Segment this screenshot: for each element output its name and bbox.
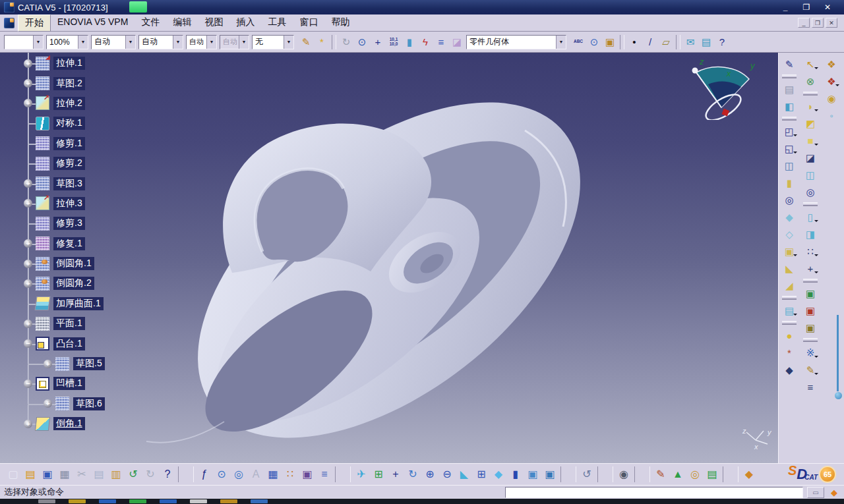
close-button[interactable]: ✕ xyxy=(819,2,836,13)
eraser-pen-icon[interactable]: ✎ xyxy=(653,466,669,482)
part-body-combo[interactable]: 零件几何体 ▼ xyxy=(466,35,566,49)
tree-item-icon[interactable] xyxy=(36,317,49,331)
undo-icon[interactable]: ↺ xyxy=(125,466,141,482)
separator[interactable] xyxy=(597,466,613,482)
menu-help[interactable]: 帮助 xyxy=(324,14,356,32)
separator[interactable] xyxy=(332,35,336,49)
draft-icon[interactable]: ◣ xyxy=(781,260,797,276)
tree-item-extrude-1[interactable]: 拉伸.1 xyxy=(18,53,177,73)
tree-item-symmetry-1[interactable]: 对称.1 xyxy=(18,113,177,133)
tree-item-icon[interactable] xyxy=(36,57,49,70)
chevron-down-icon[interactable]: ▼ xyxy=(556,36,566,49)
tree-item-plane-1[interactable]: 平面.1 xyxy=(18,314,177,333)
menu-enovia[interactable]: ENOVIA V5 VPM xyxy=(51,14,135,32)
tree-item-icon[interactable] xyxy=(36,277,49,291)
tree-item-sketch-2[interactable]: 草图.2 xyxy=(18,73,177,93)
print-icon[interactable]: ▦ xyxy=(57,466,73,482)
aim-circle-icon[interactable]: ◎ xyxy=(802,184,818,200)
auto-combo-2[interactable]: 自动 ▼ xyxy=(138,35,183,49)
render-style-icon[interactable]: ▣ xyxy=(525,466,541,482)
split-icon[interactable]: ◫ xyxy=(802,167,818,182)
whats-this-icon[interactable]: ? xyxy=(160,466,175,482)
tree-item-icon[interactable] xyxy=(36,196,49,210)
balloon-icon[interactable]: ⊙ xyxy=(587,35,601,49)
tree-item-label[interactable]: 草图.2 xyxy=(53,77,85,90)
auto-combo-1[interactable]: 自动 ▼ xyxy=(91,35,136,49)
open-folder-icon[interactable]: ▤ xyxy=(22,466,38,482)
dimensions-icon[interactable]: 10,1 10,0 xyxy=(386,35,401,49)
alert-icon[interactable]: ◆ xyxy=(828,487,840,498)
prism-icon[interactable]: ■ xyxy=(802,132,818,148)
tree-item-icon[interactable] xyxy=(36,136,49,150)
fit-all-icon[interactable]: ⊞ xyxy=(371,466,386,482)
sew-surface-icon[interactable]: * xyxy=(781,345,797,360)
chevron-down-icon[interactable]: ▼ xyxy=(33,36,43,49)
compass-tool-icon[interactable]: ⊙ xyxy=(355,35,369,49)
graph-tree-icon[interactable]: ∷ xyxy=(282,466,298,482)
taskbar-app[interactable] xyxy=(190,499,207,503)
scaling-icon[interactable]: + xyxy=(802,260,818,276)
multi-view-icon[interactable]: ⊞ xyxy=(473,466,489,482)
catalog-icon[interactable]: ≡ xyxy=(802,379,818,395)
tree-item-trim-2[interactable]: 修剪.2 xyxy=(18,154,177,173)
toolbar-grip[interactable] xyxy=(803,92,818,96)
toolbar-grip[interactable] xyxy=(782,321,797,325)
taskbar-app[interactable] xyxy=(129,499,146,503)
tree-item-pad-1[interactable]: 凸台.1 xyxy=(18,333,177,353)
chevron-down-icon[interactable]: ▼ xyxy=(239,36,249,49)
viewport-3d[interactable]: 拉伸.1 草图.2 拉伸.2 对称.1 修剪.1 修剪.2 xyxy=(0,53,844,463)
tree-item-icon[interactable] xyxy=(36,96,49,110)
separator[interactable] xyxy=(676,35,680,49)
free-style-icon[interactable]: ▤ xyxy=(781,81,797,97)
thick-surface-icon[interactable]: ▤ xyxy=(781,302,797,318)
minimize-button[interactable]: _ xyxy=(777,2,794,13)
tree-expander[interactable] xyxy=(24,279,32,288)
view-compass[interactable]: z x y xyxy=(686,57,760,120)
plane-tool-icon[interactable]: ▱ xyxy=(659,35,673,49)
tree-item-label[interactable]: 拉伸.3 xyxy=(53,197,85,210)
separator[interactable] xyxy=(560,466,576,482)
shaft-icon[interactable]: ▮ xyxy=(781,175,797,190)
dark-wedge-icon[interactable]: ◪ xyxy=(802,150,818,165)
cut-solid-icon[interactable]: ◩ xyxy=(802,115,818,131)
taskbar-app[interactable] xyxy=(38,499,55,503)
update-icon[interactable]: ↻ xyxy=(339,35,353,49)
tree-item-label[interactable]: 平面.1 xyxy=(53,317,85,330)
tree-item-icon[interactable] xyxy=(35,296,51,310)
pocket-tool-icon[interactable]: ◱ xyxy=(781,140,797,156)
tree-item-icon[interactable] xyxy=(36,217,49,231)
magic-wand-icon[interactable]: * xyxy=(315,35,329,49)
select-arrow-icon[interactable]: ↖ xyxy=(802,56,818,72)
pattern-icon[interactable]: ∷ xyxy=(802,243,818,259)
target-icon[interactable]: ◎ xyxy=(687,466,703,482)
doc-minimize-button[interactable]: _ xyxy=(798,18,810,28)
zoom-out-icon[interactable]: ⊖ xyxy=(439,466,455,482)
translate-icon[interactable]: ▯ xyxy=(802,209,818,225)
menu-window[interactable]: 窗口 xyxy=(293,14,324,32)
tree-expander[interactable] xyxy=(24,99,32,107)
command-input[interactable] xyxy=(505,487,803,498)
component-red-icon[interactable]: ❖ xyxy=(824,73,839,89)
toolbar-grip[interactable] xyxy=(782,117,797,121)
body-icon[interactable]: ▮ xyxy=(402,35,417,49)
tree-expander[interactable] xyxy=(24,199,32,208)
tools-gear-icon[interactable]: ⊗ xyxy=(802,73,818,89)
tree-expander[interactable] xyxy=(24,339,32,348)
tree-item-sketch-3[interactable]: 草图.3 xyxy=(18,173,177,193)
search-icon[interactable]: ◎ xyxy=(231,466,247,482)
parameters-icon[interactable]: ≡ xyxy=(316,466,332,482)
tree-item-icon[interactable] xyxy=(55,397,69,410)
multi-pad-icon[interactable]: ◫ xyxy=(781,157,797,173)
taskbar-app[interactable] xyxy=(251,499,268,503)
spheres-small-icon[interactable]: ◦ xyxy=(824,107,839,123)
tree-item-label[interactable]: 修剪.3 xyxy=(53,217,85,230)
copy-icon[interactable]: ▤ xyxy=(91,466,107,482)
toolbar-grip[interactable] xyxy=(803,279,818,283)
hole-icon[interactable]: ◎ xyxy=(781,192,797,208)
render-style-2-icon[interactable]: ▣ xyxy=(542,466,558,482)
tree-item-label[interactable]: 倒圆角.2 xyxy=(53,277,94,290)
comment-icon[interactable]: ⊙ xyxy=(214,466,229,482)
redo-icon[interactable]: ↻ xyxy=(142,466,158,482)
tree-item-trim-3[interactable]: 修剪.3 xyxy=(18,213,177,233)
spell-check-icon[interactable]: ABC xyxy=(571,35,586,49)
